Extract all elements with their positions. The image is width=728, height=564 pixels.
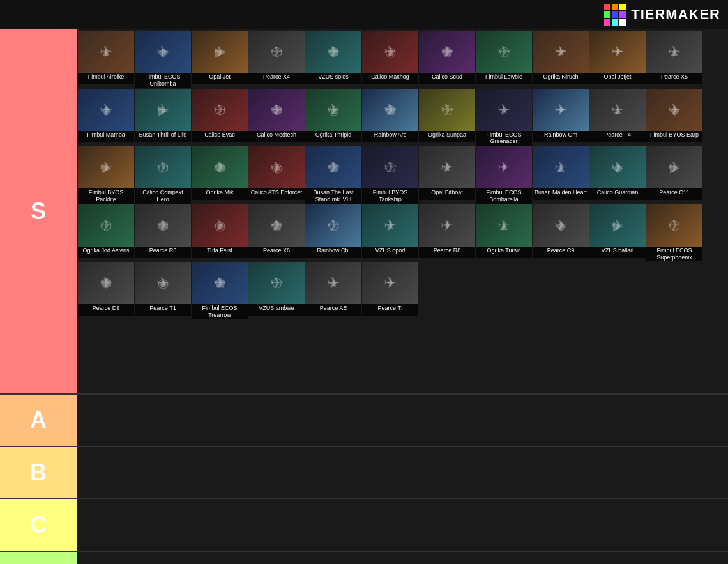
ship-name-label: Pearce D9 [78, 304, 134, 316]
ship-image: ⬡ [646, 204, 702, 247]
logo-text: TIERMAKER [631, 6, 720, 23]
ship-item[interactable]: ⬟Pearce X6 [248, 204, 305, 262]
ship-item[interactable]: ◉Pearce T1 [135, 262, 191, 319]
ship-item[interactable]: ⬟Fimbul ECOS Trearrow [192, 262, 248, 319]
ship-item[interactable]: ◆Fimbul BYOS Earp [646, 89, 702, 146]
ship-name-label: Fimbul Airbike [78, 73, 134, 84]
ship-item[interactable]: ◆Fimbul Mamba [78, 89, 134, 146]
ship-item[interactable]: ✦Pearce TI [362, 262, 418, 319]
ship-item[interactable]: ⬢Pearce R6 [135, 204, 191, 262]
ship-item[interactable]: ⬟Calico Scud [419, 31, 475, 88]
ship-item[interactable]: ★Pearce AE [305, 262, 361, 319]
ship-name-label: Tufa Feist [192, 247, 248, 258]
ship-item[interactable]: ▲Busan Maiden Heart [533, 146, 589, 204]
logo-cell [604, 19, 610, 26]
ship-item[interactable]: ⬠Fimbul BYOS Tankship [362, 146, 418, 204]
ship-name-label: Ogrika Thripid [305, 131, 361, 142]
ship-item[interactable]: ⬢Pearce D9 [78, 262, 134, 319]
ship-item[interactable]: ✦Pearce R8 [419, 204, 475, 262]
ship-shape-icon: ◆ [158, 44, 168, 59]
ship-item[interactable]: ⬢Calico Medtech [248, 89, 305, 146]
ship-shape-icon: ⬟ [271, 218, 282, 233]
ship-item[interactable]: ▲Pearce F4 [589, 89, 646, 146]
ship-item[interactable]: ◉Ogrika Thripid [305, 89, 361, 146]
ship-item[interactable]: ✦Opal Jetjet [589, 31, 646, 88]
ship-name-label: Fimbul ECOS Unibomba [135, 73, 191, 88]
ship-name-label: Calico Guardian [589, 188, 646, 200]
ship-item[interactable]: ◉Calico Maxhog [362, 31, 418, 88]
ship-shape-icon: ⬠ [385, 160, 396, 175]
ship-item[interactable]: ⬢VZUS solos [305, 31, 361, 88]
ship-name-label: Ogrika Sunpaa [419, 131, 475, 142]
ship-item[interactable]: ⬡Calico Evac [192, 89, 248, 146]
ship-item[interactable]: ⬡Fimbul ECOS Superphoenix [646, 204, 702, 262]
ship-image: ▲ [646, 31, 702, 73]
ship-name-label: Fimbul ECOS Bombarella [476, 188, 532, 204]
ship-item[interactable]: ◆Calico Guardian [589, 146, 646, 204]
ship-image: ★ [476, 89, 532, 131]
ship-item[interactable]: ⬠Fimbul Lowbie [476, 31, 532, 88]
ship-shape-icon: ⬢ [328, 44, 339, 59]
ship-shape-icon: ◆ [670, 102, 679, 118]
tier-content-a [77, 395, 728, 446]
ship-item[interactable]: ⬠VZUS ambwe [248, 262, 305, 319]
tier-label-c: C [0, 499, 77, 551]
ship-item[interactable]: ⬟Busan The Last Stand mk. VIII [305, 146, 361, 204]
ship-item[interactable]: ▲Pearce X5 [646, 31, 702, 88]
ship-image: ◉ [135, 262, 191, 304]
ship-shape-icon: ⬢ [158, 218, 169, 233]
ship-shape-icon: ⬠ [271, 275, 282, 291]
ship-item[interactable]: ▶Opal Jet [192, 31, 248, 88]
ship-name-label: Pearce TI [362, 304, 418, 316]
ship-item[interactable]: ★Ogrika Niruch [533, 31, 589, 88]
ship-image: ⬢ [192, 146, 248, 188]
ship-shape-icon: ★ [555, 44, 566, 59]
ship-image: ◆ [589, 146, 646, 188]
ship-item[interactable]: ◆Fimbul ECOS Unibomba [135, 31, 191, 88]
ship-image: ▶ [78, 146, 134, 188]
ship-item[interactable]: ▶Fimbul BYOS Packlite [78, 146, 134, 204]
ship-shape-icon: ◉ [385, 44, 396, 59]
tier-label-s: S [0, 29, 77, 393]
ship-image: ⬠ [305, 204, 361, 247]
ship-image: ⬡ [78, 204, 134, 247]
ship-item[interactable]: ▶Pearce C11 [646, 146, 702, 204]
ship-shape-icon: ▶ [158, 102, 168, 118]
ship-item[interactable]: ▲Fimbul Airbike [78, 31, 134, 88]
ship-item[interactable]: ◆Pearce C9 [533, 204, 589, 262]
ship-item[interactable]: ✦Rainbow Om [533, 89, 589, 146]
ship-image: ◆ [646, 89, 702, 131]
ship-image: ◉ [305, 89, 361, 131]
ship-name-label: Rainbow Arc [362, 131, 418, 142]
ship-name-label: Calico Scud [419, 73, 475, 84]
ship-image: ★ [362, 204, 418, 247]
ship-item[interactable]: ⬠Ogrika Sunpaa [419, 89, 475, 146]
ship-shape-icon: ⬟ [328, 160, 339, 175]
ship-name-label: Fimbul BYOS Earp [646, 131, 702, 142]
ship-item[interactable]: ⬢Ogrika Mik [192, 146, 248, 204]
ship-item[interactable]: ★Fimbul ECOS Greenader [476, 89, 532, 146]
ship-name-label: Ogrika Tursic [476, 247, 532, 258]
ship-item[interactable]: ★VZUS opod [362, 204, 418, 262]
ship-item[interactable]: ▲Ogrika Tursic [476, 204, 532, 262]
ship-image: ⬟ [192, 262, 248, 304]
ship-name-label: Pearce X4 [248, 73, 305, 84]
ship-item[interactable]: ⬠Rainbow Chi [305, 204, 361, 262]
ship-item[interactable]: ✦Fimbul ECOS Bombarella [476, 146, 532, 204]
ship-shape-icon: ⬡ [215, 102, 225, 118]
ship-item[interactable]: ⬡Calico Compakt Hero [135, 146, 191, 204]
ship-item[interactable]: ◉Calico ATS Enforcer [248, 146, 305, 204]
ship-name-label: Busan The Last Stand mk. VIII [305, 188, 361, 204]
ship-item[interactable]: ◉Tufa Feist [192, 204, 248, 262]
ship-item[interactable]: ▶Busan Thrill of Life [135, 89, 191, 146]
ship-item[interactable]: ⬡Pearce X4 [248, 31, 305, 88]
ship-name-label: Pearce T1 [135, 304, 191, 316]
ship-shape-icon: ⬟ [385, 102, 396, 118]
ship-item[interactable]: ▶VZUS ballad [589, 204, 646, 262]
ship-item[interactable]: ★Opal Bitboat [419, 146, 475, 204]
ship-image: ★ [419, 146, 475, 188]
ship-item[interactable]: ⬟Rainbow Arc [362, 89, 418, 146]
ship-item[interactable]: ⬡Ogrika Jod Asteris [78, 204, 134, 262]
ship-shape-icon: ▲ [497, 218, 510, 232]
ship-shape-icon: ◆ [613, 160, 623, 175]
